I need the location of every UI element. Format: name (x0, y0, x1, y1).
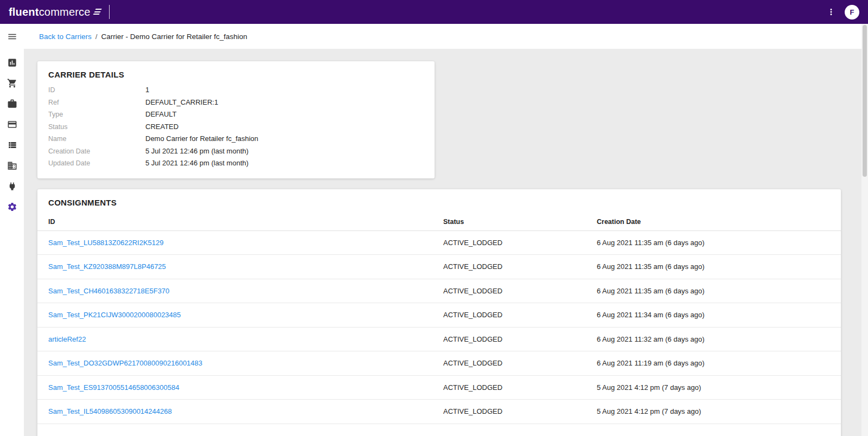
detail-row: Creation Date 5 Jul 2021 12:46 pm (last … (48, 145, 424, 158)
consignments-title: CONSIGNMENTS (37, 198, 841, 207)
consignment-id-link[interactable]: Sam_Test_IL540986053090014244268 (48, 407, 172, 415)
detail-row: Type DEFAULT (48, 108, 424, 121)
detail-label: ID (48, 84, 145, 97)
consignment-row: Sam_Test_CH4601638322718E5F370 ACTIVE_LO… (37, 279, 841, 304)
sidebar-item-jobs[interactable] (2, 93, 22, 114)
consignment-id-link[interactable]: Sam_Test_DO32GDWP62170080090216001483 (48, 359, 202, 367)
app-root: fluentcommerce F Back to Carriers / Carr… (0, 0, 868, 436)
consignments-table-body: Sam_Test_LU58813Z0622RI2K5129 ACTIVE_LOD… (37, 231, 841, 424)
consignment-date: 5 Aug 2021 4:12 pm (7 days ago) (597, 407, 830, 415)
detail-value: 5 Jul 2021 12:46 pm (last month) (145, 145, 248, 158)
analytics-icon (7, 57, 17, 68)
list-icon (7, 140, 17, 150)
consignment-status: ACTIVE_LODGED (443, 335, 597, 343)
detail-value: 5 Jul 2021 12:46 pm (last month) (145, 157, 248, 170)
sidebar-item-organization[interactable] (2, 155, 22, 176)
sidebar (0, 49, 24, 436)
consignment-row: Sam_Test_KZ920388M897L8P46725 ACTIVE_LOD… (37, 255, 841, 279)
detail-value: DEFAULT_CARRIER:1 (145, 97, 218, 109)
card-icon (7, 119, 17, 130)
consignment-date: 6 Aug 2021 11:32 am (6 days ago) (597, 335, 830, 343)
consignments-table-header: ID Status Creation Date (37, 214, 841, 231)
consignment-status: ACTIVE_LODGED (443, 359, 597, 367)
settings-icon (7, 202, 17, 212)
consignment-row: Sam_Test_ES9137005514658006300584 ACTIVE… (37, 376, 841, 400)
main-content: CARRIER DETAILS ID 1 Ref DEFAULT_CARRIER… (24, 49, 868, 436)
carrier-details-card: CARRIER DETAILS ID 1 Ref DEFAULT_CARRIER… (37, 61, 435, 178)
consignment-row: Sam_Test_PK21CIJW3000200080023485 ACTIVE… (37, 303, 841, 328)
detail-label: Creation Date (48, 145, 145, 158)
detail-label: Updated Date (48, 157, 145, 170)
brand-text-bold: fluent (9, 6, 39, 18)
breadcrumb: Back to Carriers / Carrier - Demo Carrie… (39, 33, 247, 41)
consignment-date: 6 Aug 2021 11:19 am (6 days ago) (597, 359, 830, 367)
consignment-status: ACTIVE_LODGED (443, 262, 597, 271)
briefcase-icon (7, 99, 17, 109)
sidebar-item-integrations[interactable] (2, 176, 22, 196)
detail-row: Updated Date 5 Jul 2021 12:46 pm (last m… (48, 157, 424, 170)
consignment-id-link[interactable]: Sam_Test_ES9137005514658006300584 (48, 383, 179, 392)
consignment-row: articleRef22 ACTIVE_LODGED 6 Aug 2021 11… (37, 328, 841, 352)
detail-value: Demo Carrier for Retailer fc_fashion (145, 133, 258, 145)
avatar-letter: F (850, 8, 854, 16)
carrier-details-title: CARRIER DETAILS (48, 70, 424, 79)
sidebar-item-settings[interactable] (2, 196, 22, 217)
consignment-status: ACTIVE_LODGED (443, 383, 597, 392)
detail-row: Status CREATED (48, 121, 424, 133)
detail-label: Type (48, 108, 145, 121)
topbar: fluentcommerce F (0, 0, 868, 24)
detail-value: DEFAULT (145, 108, 177, 121)
scrollbar-track[interactable] (861, 24, 868, 436)
detail-row: ID 1 (48, 84, 424, 97)
brand-text-light: commerce (39, 6, 91, 18)
consignments-card: CONSIGNMENTS ID Status Creation Date Sam… (37, 189, 841, 436)
scrollbar-thumb[interactable] (863, 25, 867, 177)
cart-icon (7, 78, 17, 88)
consignment-id-link[interactable]: articleRef22 (48, 335, 86, 343)
consignment-status: ACTIVE_LODGED (443, 311, 597, 319)
partial-row (37, 424, 841, 436)
consignment-id-link[interactable]: Sam_Test_CH4601638322718E5F370 (48, 287, 169, 295)
sidebar-item-orders[interactable] (2, 73, 22, 93)
detail-value: 1 (145, 84, 149, 97)
breadcrumb-separator: / (95, 33, 98, 41)
column-header-creation-date: Creation Date (597, 218, 830, 226)
detail-label: Status (48, 121, 145, 133)
kebab-menu-icon[interactable] (824, 5, 838, 19)
consignment-status: ACTIVE_LODGED (443, 239, 597, 247)
breadcrumb-bar: Back to Carriers / Carrier - Demo Carrie… (0, 24, 868, 49)
brand-mark-icon (93, 8, 101, 16)
detail-row: Ref DEFAULT_CARRIER:1 (48, 97, 424, 109)
avatar[interactable]: F (845, 5, 859, 20)
carrier-details-fields: ID 1 Ref DEFAULT_CARRIER:1 Type DEFAULT … (48, 84, 424, 170)
consignment-id-link[interactable]: Sam_Test_PK21CIJW3000200080023485 (48, 311, 181, 319)
plug-icon (7, 181, 17, 191)
consignment-date: 5 Aug 2021 4:12 pm (7 days ago) (597, 383, 830, 392)
sidebar-item-payments[interactable] (2, 114, 22, 134)
consignment-row: Sam_Test_LU58813Z0622RI2K5129 ACTIVE_LOD… (37, 231, 841, 255)
consignment-status: ACTIVE_LODGED (443, 287, 597, 295)
consignment-status: ACTIVE_LODGED (443, 407, 597, 415)
consignment-date: 6 Aug 2021 11:34 am (6 days ago) (597, 311, 830, 319)
main-wrap: CARRIER DETAILS ID 1 Ref DEFAULT_CARRIER… (0, 49, 868, 436)
brand-divider (109, 5, 110, 19)
breadcrumb-link[interactable]: Back to Carriers (39, 33, 92, 41)
topbar-actions: F (824, 5, 859, 20)
column-header-id: ID (48, 218, 443, 226)
consignment-date: 6 Aug 2021 11:35 am (6 days ago) (597, 262, 830, 271)
menu-icon[interactable] (0, 24, 24, 49)
consignment-row: Sam_Test_IL540986053090014244268 ACTIVE_… (37, 400, 841, 424)
sidebar-item-analytics[interactable] (2, 52, 22, 73)
detail-label: Ref (48, 97, 145, 109)
organization-icon (7, 161, 17, 171)
detail-row: Name Demo Carrier for Retailer fc_fashio… (48, 133, 424, 145)
consignment-date: 6 Aug 2021 11:35 am (6 days ago) (597, 287, 830, 295)
sidebar-item-lists[interactable] (2, 134, 22, 155)
consignment-id-link[interactable]: Sam_Test_LU58813Z0622RI2K5129 (48, 239, 163, 247)
consignment-id-link[interactable]: Sam_Test_KZ920388M897L8P46725 (48, 262, 166, 271)
brand-logo: fluentcommerce (9, 6, 101, 18)
breadcrumb-current: Carrier - Demo Carrier for Retailer fc_f… (101, 33, 247, 41)
detail-value: CREATED (145, 121, 178, 133)
detail-label: Name (48, 133, 145, 145)
column-header-status: Status (443, 218, 597, 226)
